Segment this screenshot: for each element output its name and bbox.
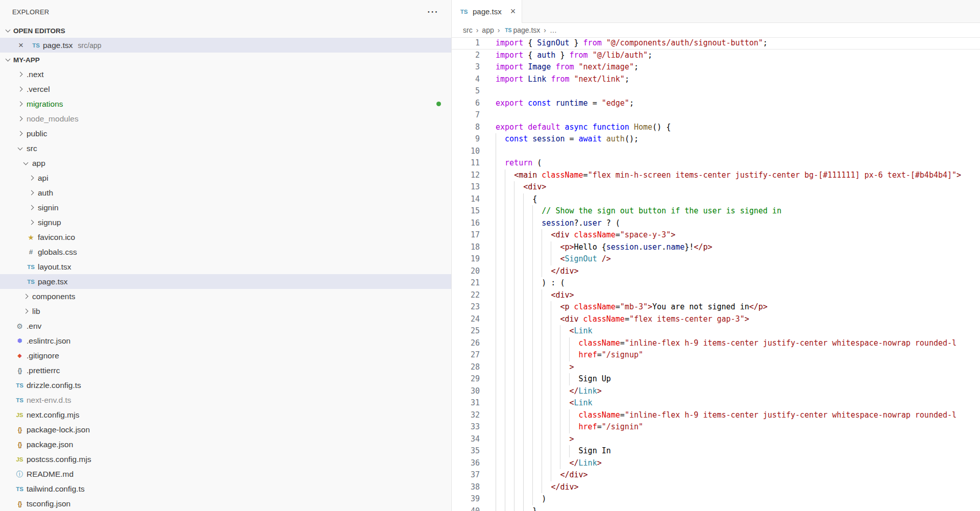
line-number[interactable]: 12 bbox=[452, 169, 480, 182]
tree-item-favicon.ico[interactable]: ★favicon.ico bbox=[0, 230, 451, 245]
code-line-content[interactable]: <div className="space-y-3"> bbox=[480, 229, 980, 241]
code-line-content[interactable]: { bbox=[480, 193, 980, 206]
code-line-content[interactable]: > bbox=[480, 361, 980, 374]
line-number[interactable]: 21 bbox=[452, 277, 480, 289]
code-line-content[interactable]: <p>Hello {session.user.name}!</p> bbox=[480, 241, 980, 254]
tree-item-page.tsx[interactable]: TSpage.tsx bbox=[0, 274, 451, 289]
tree-item-package.json[interactable]: {}package.json bbox=[0, 437, 451, 452]
code-line-content[interactable]: export const runtime = "edge"; bbox=[480, 98, 980, 110]
code-line-content[interactable]: </Link> bbox=[480, 385, 980, 398]
line-number[interactable]: 40 bbox=[452, 505, 480, 511]
tab-page.tsx[interactable]: TSpage.tsx× bbox=[452, 0, 522, 23]
tree-item-lib[interactable]: lib bbox=[0, 304, 451, 319]
code-line-content[interactable]: <Link bbox=[480, 325, 980, 337]
line-number[interactable]: 36 bbox=[452, 457, 480, 470]
tree-item-postcss.config.mjs[interactable]: JSpostcss.config.mjs bbox=[0, 452, 451, 467]
tree-item-.gitignore[interactable]: ◆.gitignore bbox=[0, 348, 451, 363]
code-line-content[interactable]: import { auth } from "@/lib/auth"; bbox=[480, 50, 980, 62]
line-number[interactable]: 33 bbox=[452, 421, 480, 433]
code-line-content[interactable] bbox=[480, 109, 980, 121]
tree-item-README.md[interactable]: ⓘREADME.md bbox=[0, 467, 451, 481]
line-number[interactable]: 3 bbox=[452, 61, 480, 74]
code-line-content[interactable]: Sign Up bbox=[480, 373, 980, 385]
tree-item-.next[interactable]: .next bbox=[0, 67, 451, 82]
close-icon[interactable]: × bbox=[18, 40, 31, 51]
breadcrumb-item[interactable]: src bbox=[463, 26, 473, 34]
code-line-content[interactable]: // Show the sign out button if the user … bbox=[480, 205, 980, 217]
tree-item-next-env.d.ts[interactable]: TSnext-env.d.ts bbox=[0, 393, 451, 407]
tree-item-.env[interactable]: ⚙.env bbox=[0, 319, 451, 333]
code-line-content[interactable] bbox=[480, 145, 980, 158]
code-line-content[interactable]: <div> bbox=[480, 289, 980, 302]
line-number[interactable]: 31 bbox=[452, 397, 480, 409]
tree-item-app[interactable]: app bbox=[0, 156, 451, 171]
line-number[interactable]: 29 bbox=[452, 373, 480, 385]
code-line-content[interactable]: export default async function Home() { bbox=[480, 121, 980, 134]
line-number[interactable]: 24 bbox=[452, 313, 480, 326]
line-number[interactable]: 15 bbox=[452, 205, 480, 217]
code-line-content[interactable]: > bbox=[480, 433, 980, 446]
line-number[interactable]: 39 bbox=[452, 493, 480, 505]
code-line-content[interactable]: className="inline-flex h-9 items-center … bbox=[480, 337, 980, 350]
line-number[interactable]: 26 bbox=[452, 337, 480, 350]
close-icon[interactable]: × bbox=[510, 6, 516, 17]
line-number[interactable]: 35 bbox=[452, 445, 480, 457]
line-number[interactable]: 1 bbox=[452, 37, 480, 50]
line-number[interactable]: 25 bbox=[452, 325, 480, 337]
code-line-content[interactable]: </div> bbox=[480, 469, 980, 481]
open-editor-item[interactable]: ×TSpage.tsxsrc/app bbox=[0, 38, 451, 53]
tree-item-public[interactable]: public bbox=[0, 126, 451, 141]
code-line-content[interactable]: <p className="mb-3">You are not signed i… bbox=[480, 301, 980, 313]
line-number[interactable]: 6 bbox=[452, 98, 480, 110]
code-line-content[interactable]: <SignOut /> bbox=[480, 253, 980, 265]
line-number[interactable]: 34 bbox=[452, 433, 480, 446]
line-number[interactable]: 23 bbox=[452, 301, 480, 313]
code-line-content[interactable]: import Link from "next/link"; bbox=[480, 74, 980, 86]
line-number[interactable]: 17 bbox=[452, 229, 480, 241]
code-line-content[interactable]: session?.user ? ( bbox=[480, 217, 980, 230]
line-number[interactable]: 13 bbox=[452, 181, 480, 193]
tree-item-.eslintrc.json[interactable]: ⬢.eslintrc.json bbox=[0, 333, 451, 348]
breadcrumb-item[interactable]: TSpage.tsx bbox=[503, 26, 540, 34]
line-number[interactable]: 2 bbox=[452, 50, 480, 62]
tree-item-components[interactable]: components bbox=[0, 289, 451, 304]
line-number[interactable]: 27 bbox=[452, 349, 480, 361]
tree-item-package-lock.json[interactable]: {}package-lock.json bbox=[0, 422, 451, 437]
line-number[interactable]: 30 bbox=[452, 385, 480, 398]
tree-item-node_modules[interactable]: node_modules bbox=[0, 111, 451, 126]
tree-item-.vercel[interactable]: .vercel bbox=[0, 82, 451, 96]
tree-item-auth[interactable]: auth bbox=[0, 185, 451, 200]
code-line-content[interactable]: <Link bbox=[480, 397, 980, 409]
tree-item-drizzle.config.ts[interactable]: TSdrizzle.config.ts bbox=[0, 378, 451, 393]
tree-item-api[interactable]: api bbox=[0, 171, 451, 185]
code-line-content[interactable]: className="inline-flex h-9 items-center … bbox=[480, 409, 980, 422]
code-line-content[interactable]: ) : ( bbox=[480, 277, 980, 289]
tree-item-layout.tsx[interactable]: TSlayout.tsx bbox=[0, 259, 451, 274]
code-line-content[interactable]: import { SignOut } from "@/components/au… bbox=[480, 37, 980, 50]
code-line-content[interactable]: <main className="flex min-h-screen items… bbox=[480, 169, 980, 182]
line-number[interactable]: 20 bbox=[452, 265, 480, 278]
line-number[interactable]: 22 bbox=[452, 289, 480, 302]
line-number[interactable]: 9 bbox=[452, 133, 480, 145]
line-number[interactable]: 5 bbox=[452, 85, 480, 98]
tree-item-migrations[interactable]: migrations bbox=[0, 96, 451, 111]
code-line-content[interactable] bbox=[480, 85, 980, 98]
line-number[interactable]: 11 bbox=[452, 157, 480, 169]
code-line-content[interactable]: import Image from "next/image"; bbox=[480, 61, 980, 74]
tree-item-signup[interactable]: signup bbox=[0, 215, 451, 230]
code-line-content[interactable]: href="/signin" bbox=[480, 421, 980, 433]
tree-item-next.config.mjs[interactable]: JSnext.config.mjs bbox=[0, 407, 451, 422]
breadcrumb-item[interactable]: … bbox=[550, 26, 557, 34]
code-line-content[interactable]: } bbox=[480, 505, 980, 511]
line-number[interactable]: 7 bbox=[452, 109, 480, 121]
tree-item-globals.css[interactable]: #globals.css bbox=[0, 245, 451, 259]
code-line-content[interactable]: href="/signup" bbox=[480, 349, 980, 361]
line-number[interactable]: 37 bbox=[452, 469, 480, 481]
tree-item-tailwind.config.ts[interactable]: TStailwind.config.ts bbox=[0, 481, 451, 496]
code-line-content[interactable]: <div className="flex items-center gap-3"… bbox=[480, 313, 980, 326]
tree-item-tsconfig.json[interactable]: {}tsconfig.json bbox=[0, 496, 451, 511]
line-number[interactable]: 18 bbox=[452, 241, 480, 254]
line-number[interactable]: 4 bbox=[452, 74, 480, 86]
line-number[interactable]: 8 bbox=[452, 121, 480, 134]
tree-item-src[interactable]: src bbox=[0, 141, 451, 156]
